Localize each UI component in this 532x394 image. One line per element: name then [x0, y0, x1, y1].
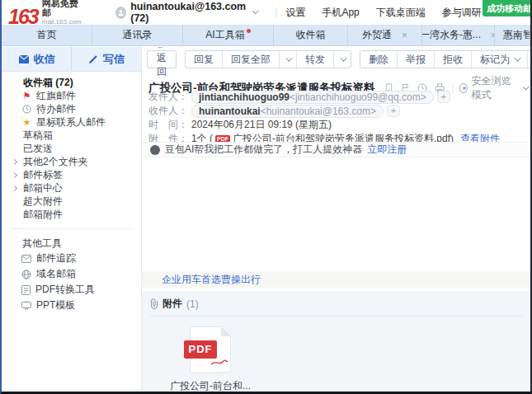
compose-row: 收信 写信: [2, 47, 141, 72]
add-contact-button[interactable]: +: [387, 105, 400, 117]
tab-label: 收件箱: [296, 28, 326, 42]
attachment-count: (1): [186, 298, 199, 310]
mail-toolbar: « 返回 回复 回复全部 转发 删除 举报 拒收 标记为 移动到: [147, 50, 530, 68]
logo-number: 163: [8, 7, 38, 26]
folder-list: 收件箱 (72) ⚑ 红旗邮件 待办邮件 ★ 星标联系人邮件 草稿箱 已发送 其…: [2, 72, 141, 221]
from-row: 发件人： jintianchihuoguo99<jintianchihuoguo…: [148, 90, 500, 104]
sidebar-item-inbox[interactable]: 收件箱 (72): [2, 76, 141, 89]
menu-desktop-client[interactable]: 下载桌面端: [376, 6, 426, 20]
sidebar-item-mail-tags[interactable]: 邮件标签: [2, 168, 141, 181]
notification-dot: [247, 29, 251, 33]
sidebar-item-domain-mail[interactable]: 域名邮箱: [2, 266, 141, 282]
tab-label: 首页: [37, 28, 57, 42]
chevron-down-icon: [514, 54, 520, 61]
top-header: 163 网易免费邮 mail.163.com huinantoukai@163.…: [2, 0, 530, 25]
chevron-down-icon: [340, 54, 346, 61]
envelope-icon: [21, 255, 31, 263]
from-address: <jintianchihuoguo99@qq.com>: [290, 91, 426, 103]
tab-label: 通讯录: [123, 28, 153, 42]
to-contact-pill[interactable]: huinantoukai<huinantoukai@163.com>: [191, 105, 384, 118]
folder-label: 收件箱 (72): [23, 76, 73, 90]
sidebar-item-ppt-templates[interactable]: PPT模板: [2, 298, 141, 313]
sidebar-item-todo[interactable]: 待办邮件: [2, 102, 141, 115]
logo-brand: 网易免费邮: [42, 0, 82, 17]
report-button[interactable]: 举报: [398, 51, 435, 68]
forward-button[interactable]: 转发: [297, 51, 334, 68]
tab-foreign-trade[interactable]: 外贸通×: [348, 25, 422, 45]
sidebar-item-starred[interactable]: ★ 星标联系人邮件: [2, 115, 141, 129]
sidebar-item-drafts[interactable]: 草稿箱: [2, 129, 141, 142]
to-name: huinantoukai: [199, 106, 261, 117]
menu-settings[interactable]: 设置: [285, 6, 305, 20]
reject-button[interactable]: 拒收: [435, 51, 472, 68]
account-email: huinantoukai@163.com (72): [130, 1, 248, 24]
account-menu[interactable]: huinantoukai@163.com (72): [115, 1, 257, 24]
chevron-down-icon: [523, 84, 530, 91]
tab-label: AI工具箱: [205, 28, 244, 42]
action-group: 删除 举报 拒收 标记为 移动到: [360, 50, 530, 68]
tab-contacts[interactable]: 通讯录: [92, 25, 183, 45]
sidebar-item-mailbox-attachments[interactable]: 邮箱附件: [2, 208, 141, 221]
time-row: 时 间： 2024年06月21日 09:19 (星期五): [148, 118, 500, 132]
close-icon[interactable]: ×: [402, 30, 407, 41]
clock-icon: [21, 105, 32, 114]
menu-mobile-app[interactable]: 手机App: [322, 6, 359, 20]
folder-label: 其他2个文件夹: [23, 155, 88, 169]
from-name: jintianchihuoguo99: [199, 91, 290, 103]
menu-survey[interactable]: 参与调研: [442, 6, 482, 20]
tool-label: 域名邮箱: [36, 267, 76, 281]
pencil-icon: [88, 54, 99, 64]
reply-all-button[interactable]: 回复全部: [223, 51, 280, 68]
folder-label: 星标联系人邮件: [36, 115, 106, 129]
sidebar: 收信 写信 收件箱 (72) ⚑ 红旗邮件 待办邮件 ★ 星标联系人邮件: [2, 47, 142, 392]
mark-as-label: 标记为: [480, 53, 510, 67]
body-promo-link[interactable]: 企业用车首选曹操出行: [162, 273, 261, 287]
ad-banner[interactable]: 豆包AI帮我把工作都做完了，打工人提效神器 立即注册: [142, 142, 530, 157]
tab-water-company[interactable]: 一湾水务-惠...×: [422, 25, 495, 45]
logo-163[interactable]: 163 网易免费邮 mail.163.com: [8, 0, 81, 26]
sidebar-item-mail-center[interactable]: 邮箱中心: [2, 181, 141, 195]
mark-as-button[interactable]: 标记为: [472, 51, 528, 68]
success-toast: 成功移动邮件: [483, 0, 530, 16]
tab-label: 外贸通: [362, 28, 392, 42]
person-icon: [117, 9, 125, 16]
to-row: 收件人： huinantoukai<huinantoukai@163.com> …: [148, 104, 500, 118]
flag-icon: ⚑: [21, 91, 32, 101]
attachment-card[interactable]: PDF 广投公司-前台和... 1.91M: [165, 326, 256, 392]
sidebar-item-large-attachments[interactable]: 超大附件: [2, 195, 141, 208]
reply-all-dropdown[interactable]: [280, 51, 297, 68]
tab-huinan[interactable]: 惠南智谷: [495, 25, 530, 45]
signature-squiggle-icon: [210, 359, 228, 367]
from-contact-pill[interactable]: jintianchihuoguo99<jintianchihuoguo99@qq…: [191, 91, 434, 104]
tab-inbox[interactable]: 收件箱: [274, 25, 348, 45]
to-address: <huinantoukai@163.com>: [261, 106, 376, 117]
compose-mail-button[interactable]: 写信: [72, 47, 141, 71]
tab-ai-toolbox[interactable]: AI工具箱: [183, 25, 274, 45]
paperclip-icon: [150, 298, 158, 309]
avatar: [115, 7, 126, 19]
sidebar-item-pdf-converter[interactable]: PDF转换工具: [2, 282, 141, 298]
tab-home[interactable]: 首页: [2, 25, 92, 45]
tool-label: PDF转换工具: [35, 283, 95, 297]
sidebar-divider: [12, 228, 131, 229]
attachment-file-name: 广投公司-前台和...: [165, 379, 256, 392]
ad-register-link[interactable]: 立即注册: [367, 143, 407, 157]
move-to-button[interactable]: 移动到: [528, 51, 530, 68]
reply-button[interactable]: 回复: [186, 51, 223, 68]
chevron-down-icon: [285, 54, 292, 61]
sidebar-item-mail-tracking[interactable]: 邮件追踪: [2, 251, 141, 266]
sidebar-item-other-folders[interactable]: 其他2个文件夹: [2, 155, 141, 168]
mail-app-window: 163 网易免费邮 mail.163.com huinantoukai@163.…: [0, 0, 532, 394]
time-value: 2024年06月21日 09:19 (星期五): [191, 118, 332, 132]
sidebar-item-sent[interactable]: 已发送: [2, 142, 141, 155]
add-contact-button[interactable]: +: [437, 91, 450, 103]
back-button[interactable]: « 返回: [147, 50, 177, 68]
receive-mail-button[interactable]: 收信: [2, 47, 72, 71]
receive-label: 收信: [34, 52, 55, 67]
inbox-icon: [18, 54, 30, 64]
delete-button[interactable]: 删除: [360, 51, 398, 68]
sidebar-item-red-flag[interactable]: ⚑ 红旗邮件: [2, 89, 141, 102]
to-label: 收件人：: [148, 104, 188, 118]
chevron-down-icon: [252, 8, 259, 15]
forward-dropdown[interactable]: [334, 51, 351, 68]
